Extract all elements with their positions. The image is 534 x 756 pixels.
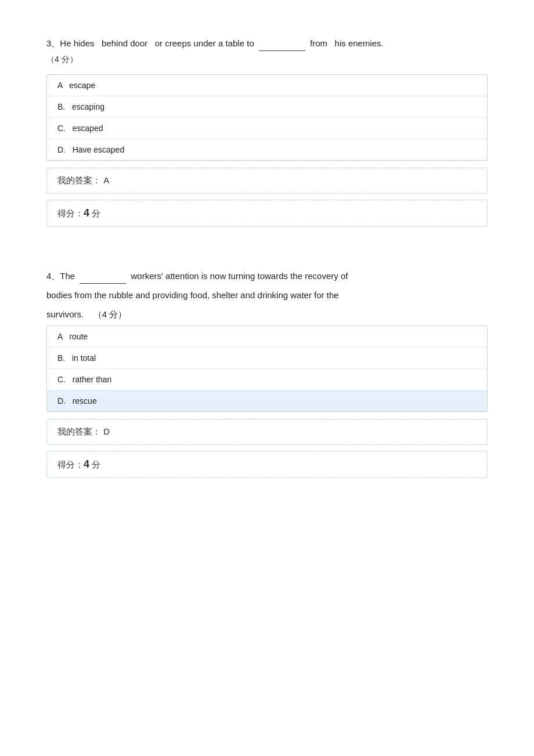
question-3-answer-box: 我的答案： A [46, 168, 488, 194]
question-4-score-label: 得分： [57, 460, 84, 469]
question-4-answer-value: D [103, 426, 110, 436]
option-3-a[interactable]: A escape [47, 75, 487, 96]
option-4-c-text: rather than [73, 375, 112, 384]
question-3-sub: （4 分） [46, 55, 488, 65]
option-3-c-letter: C. [57, 124, 70, 133]
question-3-score-box: 得分：4 分 [46, 200, 488, 227]
option-4-d-letter: D. [57, 396, 70, 406]
option-4-b-letter: B. [57, 353, 70, 363]
option-3-b-letter: B. [57, 102, 70, 111]
question-3-score-value: 4 [84, 207, 89, 219]
question-3-blank [259, 35, 305, 51]
question-3-text: 3、He hides behind door or creeps under a… [46, 35, 488, 51]
option-3-a-text: escape [69, 81, 95, 90]
question-4-score-unit: 分 [89, 460, 100, 469]
question-4-text-line3: survivors. （4 分） [46, 306, 488, 322]
question-3-options: A escape B. escaping C. escaped D. Have … [46, 74, 488, 161]
option-4-b[interactable]: B. in total [47, 348, 487, 369]
option-4-a[interactable]: A route [47, 326, 487, 348]
question-3-score-label: 得分： [57, 208, 84, 218]
question-4-score-value: 4 [84, 458, 89, 470]
question-3: 3、He hides behind door or creeps under a… [46, 35, 488, 227]
question-4-answer-label: 我的答案： [57, 426, 101, 436]
question-4-text-line2: bodies from the rubble and providing foo… [46, 287, 488, 303]
spacer-1 [46, 250, 488, 267]
option-4-c-letter: C. [57, 375, 70, 384]
question-3-score-unit: 分 [89, 208, 100, 218]
option-3-d-text: Have escaped [73, 145, 125, 154]
option-4-d[interactable]: D. rescue [47, 390, 487, 411]
option-3-b[interactable]: B. escaping [47, 96, 487, 118]
question-4-blank [80, 267, 126, 284]
question-4-score-box: 得分：4 分 [46, 451, 488, 478]
option-4-d-text: rescue [73, 396, 97, 406]
question-3-answer-label: 我的答案： [57, 175, 101, 185]
question-4-text: 4、The workers' attention is now turning … [46, 267, 488, 284]
option-4-c[interactable]: C. rather than [47, 369, 487, 390]
question-4: 4、The workers' attention is now turning … [46, 267, 488, 478]
option-4-b-text: in total [72, 353, 96, 363]
option-4-a-text: route [69, 332, 88, 341]
question-3-answer-value: A [103, 175, 109, 185]
option-3-c[interactable]: C. escaped [47, 118, 487, 139]
option-3-a-letter: A [57, 81, 67, 90]
option-3-d-letter: D. [57, 145, 70, 154]
question-4-options: A route B. in total C. rather than D. re… [46, 325, 488, 412]
option-3-d[interactable]: D. Have escaped [47, 139, 487, 160]
option-3-b-text: escaping [72, 102, 104, 111]
option-3-c-text: escaped [73, 124, 103, 133]
option-4-a-letter: A [57, 332, 67, 341]
question-4-answer-box: 我的答案： D [46, 419, 488, 445]
